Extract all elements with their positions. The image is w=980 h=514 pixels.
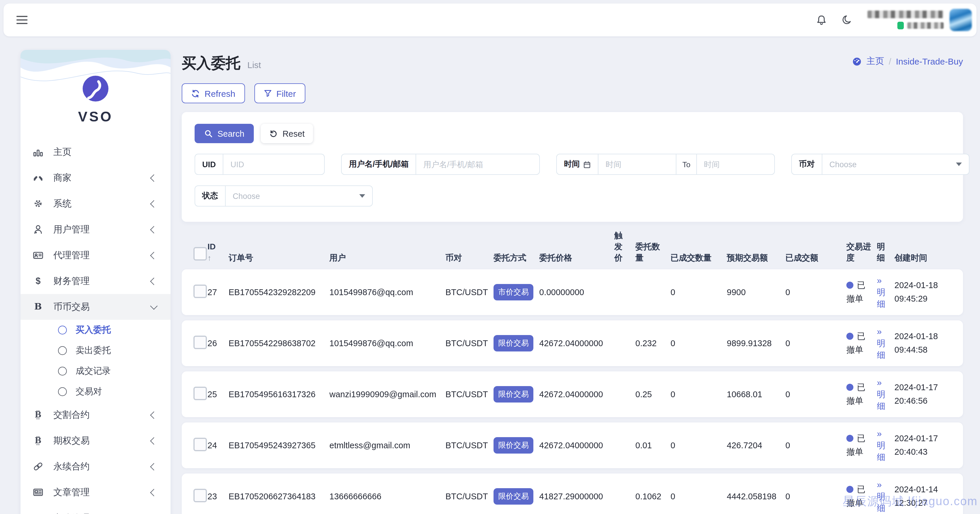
sidebar-item-finance[interactable]: $财务管理 [21,268,170,294]
letter-b-icon: B [32,302,44,312]
sidebar-item-label: 币币交易 [53,301,90,313]
sidebar-subitem[interactable]: 交易对 [21,382,170,402]
svg-text:B: B [35,410,41,419]
sidebar-subitem[interactable]: 卖出委托 [21,340,170,361]
cell-expected-total: 426.7204 [727,441,785,450]
cell-user: 1015499876@qq.com [329,287,445,297]
chevron-left-icon [150,174,158,181]
breadcrumb-home[interactable]: 主页 [867,56,884,67]
filter-button[interactable]: Filter [254,83,305,103]
cell-expected-total: 4442.058198 [727,492,785,501]
user-input[interactable] [417,154,539,174]
user-role-blur [907,22,943,29]
main-content: 主页 / Inside-Trade-Buy 买入委托 List Refresh [182,50,963,514]
cell-expected-total: 9900 [727,287,785,297]
vso-logo[interactable] [81,75,110,105]
toolbar: Refresh Filter [182,83,963,103]
cell-filled-amount: 0 [671,492,727,501]
cell-order-no: EB1705495616317326 [229,389,329,399]
cell-expected-total: 10668.01 [727,389,785,399]
cell-status: 已撤单 [846,381,877,407]
double-arrow-icon: » [877,427,891,439]
bitcoin-icon: B [32,410,44,420]
time-to-input[interactable] [697,154,774,174]
notifications-bell-icon[interactable] [815,14,827,26]
detail-link[interactable]: »明细 [877,325,894,361]
online-status-dot [897,22,904,29]
cell-user: wanzi19990909@gmail.com [329,389,445,399]
sidebar-item-home[interactable]: 主页 [21,139,170,165]
row-checkbox[interactable] [193,437,207,451]
col-header-amount: 委托数量 [635,241,668,263]
orders-table: ID↑订单号用户币对委托方式委托价格触发价委托数量已成交数量预期交易额已成交额交… [182,230,963,514]
table-header: ID↑订单号用户币对委托方式委托价格触发价委托数量已成交数量预期交易额已成交额交… [182,230,963,263]
row-checkbox[interactable] [193,284,207,298]
row-checkbox[interactable] [193,488,207,502]
cell-price: 41827.29000000 [539,492,614,501]
sidebar-item-merchant[interactable]: 商家 [21,165,170,191]
detail-link[interactable]: »明细 [877,274,894,310]
sidebar-item-system[interactable]: 系统 [21,191,170,217]
hamburger-menu-icon[interactable] [16,13,27,26]
sidebar-item-label: 申购管理 [53,512,90,514]
uid-input[interactable] [224,154,325,174]
hands-icon [32,172,44,183]
row-checkbox[interactable] [193,335,207,349]
dark-mode-moon-icon[interactable] [842,14,853,26]
table-row: 27 EB1705542329282209 1015499876@qq.com … [182,269,963,315]
row-checkbox[interactable] [193,386,207,400]
sidebar-subitem[interactable]: 成交记录 [21,361,170,382]
status-select[interactable]: Choose [226,186,372,206]
reset-undo-icon [269,129,278,138]
sidebar-subitem[interactable]: 买入委托 [21,320,170,340]
detail-link[interactable]: »明细 [877,478,894,514]
sidebar-item-perpetual[interactable]: 永续合约 [21,453,170,479]
to-label: To [676,154,697,174]
col-header-id[interactable]: ID↑ [207,241,229,263]
double-arrow-icon: » [877,478,891,490]
search-button[interactable]: Search [195,124,254,143]
uid-label: UID [195,154,224,174]
select-all-checkbox[interactable] [193,247,207,260]
cell-pair: BTC/USDT [445,441,493,450]
sidebar-item-agents[interactable]: 代理管理 [21,242,170,268]
caret-down-icon [359,194,365,198]
col-header-checkbox [193,247,207,263]
status-dot [846,282,853,289]
chevron-left-icon [150,411,158,418]
sidebar-item-users[interactable]: 用户管理 [21,217,170,242]
cell-price: 42672.04000000 [539,389,614,399]
cell-created-at: 2024-01-17 20:46:56 [894,381,951,407]
id-card-icon [32,250,44,260]
breadcrumb-current[interactable]: Inside-Trade-Buy [896,56,963,66]
cell-order-no: EB1705542298638702 [229,338,329,348]
refresh-button[interactable]: Refresh [182,83,245,103]
detail-link[interactable]: »明细 [877,376,894,412]
time-filter-group: 时间 To [557,154,775,175]
avatar[interactable] [950,9,972,31]
order-method-badge: 市价交易 [493,284,533,300]
order-method-badge: 限价交易 [493,335,533,351]
time-from-input[interactable] [599,154,676,174]
pair-select[interactable]: Choose [822,154,969,174]
sidebar-item-delivery-contract[interactable]: B交割合约 [21,402,170,428]
reset-button[interactable]: Reset [261,124,313,143]
sidebar-item-spot-trade[interactable]: B币币交易 [21,294,170,320]
user-icon [32,224,44,235]
circle-icon [58,326,67,334]
col-header-method: 委托方式 [493,252,539,263]
cell-status: 已撤单 [846,279,877,305]
caret-down-icon [956,163,962,166]
pair-filter-group: 币对 Choose [791,154,969,175]
sort-asc-icon[interactable]: ↑ [207,253,225,263]
life-ring-icon [32,513,44,514]
status-dot [846,486,853,493]
detail-link[interactable]: »明细 [877,427,894,463]
sidebar-item-subscription[interactable]: 申购管理 [21,505,170,514]
sidebar-item-articles[interactable]: 文章管理 [21,479,170,505]
cell-status: 已撤单 [846,483,877,509]
user-name-redacted [867,11,943,29]
cell-amount: 0.232 [635,338,671,348]
circle-icon [58,387,67,396]
sidebar-item-options[interactable]: B期权交易 [21,428,170,453]
